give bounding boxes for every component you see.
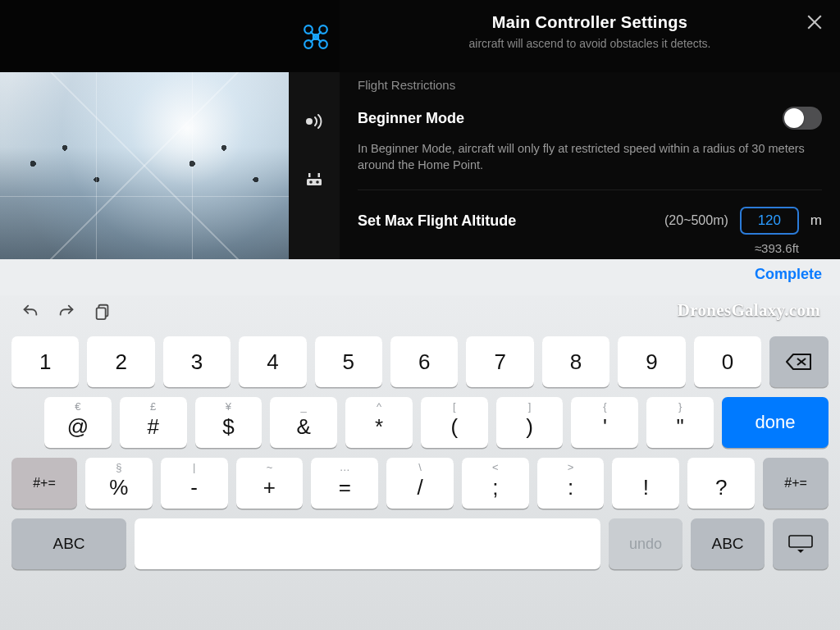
svg-rect-10 <box>318 173 321 177</box>
key-9[interactable]: 9 <box>618 336 685 387</box>
key-3[interactable]: 3 <box>163 336 231 387</box>
close-icon[interactable] <box>806 13 824 31</box>
svg-rect-12 <box>97 308 106 319</box>
svg-rect-6 <box>307 179 322 185</box>
key-)[interactable]: ]) <box>496 397 564 448</box>
keyboard-area: Complete DronesGalaxy.com 1234567890 €@£… <box>0 259 840 630</box>
max-altitude-input[interactable] <box>740 207 799 235</box>
input-accessory-bar: Complete <box>0 259 840 295</box>
key-0[interactable]: 0 <box>694 336 761 387</box>
key-*[interactable]: ^* <box>345 397 413 448</box>
drone-icon[interactable] <box>304 25 328 49</box>
abc-key-left[interactable]: ABC <box>11 518 126 569</box>
key-([interactable]: [( <box>421 397 488 448</box>
redo-icon[interactable] <box>57 303 75 321</box>
max-altitude-label: Set Max Flight Altitude <box>358 212 653 230</box>
abc-key-right[interactable]: ABC <box>691 518 765 569</box>
panel-title: Main Controller Settings <box>358 13 822 32</box>
key-?[interactable]: ? <box>687 458 755 509</box>
key-4[interactable]: 4 <box>239 336 306 387</box>
key-5[interactable]: 5 <box>315 336 382 387</box>
section-header: Flight Restrictions <box>358 78 822 92</box>
key-'[interactable]: {' <box>571 397 638 448</box>
settings-panel: Main Controller Settings aircraft will a… <box>340 0 840 259</box>
symbols-shift-right[interactable]: #+= <box>763 458 829 509</box>
signal-icon[interactable] <box>304 112 324 131</box>
key-$[interactable]: ¥$ <box>195 397 262 448</box>
svg-point-7 <box>309 180 313 184</box>
keyboard-toolbar: DronesGalaxy.com <box>0 295 840 328</box>
max-altitude-range: (20~500m) <box>664 213 728 228</box>
watermark-text: DronesGalaxy.com <box>678 300 820 321</box>
beginner-mode-row: Beginner Mode <box>358 107 822 130</box>
key-1[interactable]: 1 <box>11 336 79 387</box>
spacebar-key[interactable] <box>135 518 600 569</box>
max-altitude-row: Set Max Flight Altitude (20~500m) m <box>358 207 822 235</box>
key-/[interactable]: \/ <box>386 458 454 509</box>
key-%[interactable]: §% <box>85 458 153 509</box>
beginner-mode-label: Beginner Mode <box>358 110 783 127</box>
max-altitude-feet: ≈393.6ft <box>358 241 822 255</box>
key-![interactable]: ! <box>612 458 679 509</box>
key--[interactable]: |- <box>161 458 228 509</box>
key-6[interactable]: 6 <box>390 336 458 387</box>
key-&[interactable]: _& <box>270 397 337 448</box>
controller-icon[interactable] <box>304 169 324 189</box>
key-+[interactable]: ~+ <box>236 458 304 509</box>
backspace-key[interactable] <box>769 336 829 387</box>
key-8[interactable]: 8 <box>542 336 609 387</box>
symbols-shift-left[interactable]: #+= <box>11 458 77 509</box>
complete-button[interactable]: Complete <box>755 266 822 283</box>
clipboard-icon[interactable] <box>94 303 112 321</box>
beginner-mode-description: In Beginner Mode, aircraft will only fly… <box>358 141 822 173</box>
hide-keyboard-key[interactable] <box>773 518 829 569</box>
svg-rect-15 <box>789 536 812 547</box>
settings-sidebar <box>289 72 340 259</box>
key-#[interactable]: £# <box>120 397 187 448</box>
camera-feed <box>0 72 289 259</box>
clipped-prev-setting: aircraft will ascend to avoid obstacles … <box>358 37 822 50</box>
key-7[interactable]: 7 <box>466 336 533 387</box>
key-;[interactable]: <; <box>462 458 529 509</box>
key-:[interactable]: >: <box>537 458 605 509</box>
svg-point-8 <box>316 180 319 184</box>
key-2[interactable]: 2 <box>87 336 154 387</box>
svg-rect-9 <box>308 173 311 177</box>
undo-key[interactable]: undo <box>609 518 682 569</box>
undo-icon[interactable] <box>21 303 39 321</box>
svg-point-5 <box>306 118 313 125</box>
done-key[interactable]: done <box>722 397 829 448</box>
beginner-mode-toggle[interactable] <box>783 107 822 130</box>
key-"[interactable]: }" <box>646 397 714 448</box>
max-altitude-unit: m <box>810 212 822 229</box>
onscreen-keyboard: 1234567890 €@£#¥$_&^*[(]){'}"done #+=§%|… <box>0 328 840 581</box>
key-@[interactable]: €@ <box>44 397 112 448</box>
key-=[interactable]: …= <box>311 458 378 509</box>
